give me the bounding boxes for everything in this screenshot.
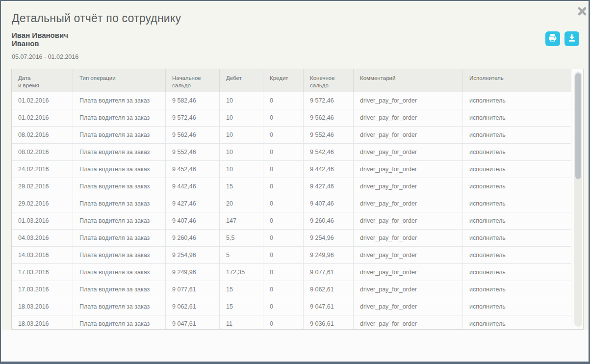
column-header: Конечное сальдо [304, 69, 354, 92]
table-cell: 9 562,46 [166, 127, 220, 144]
table-cell: 9 427,46 [166, 195, 220, 212]
table-cell: исполнитель [463, 178, 571, 195]
table-cell: 9 260,46 [304, 212, 354, 230]
table-scrollbar-thumb[interactable] [575, 73, 581, 179]
table-cell: Плата водителя за заказ [73, 281, 166, 298]
close-button[interactable] [577, 6, 588, 17]
column-header: Начальное сальдо [166, 69, 220, 92]
table-cell: 17.03.2016 [12, 281, 73, 298]
report-period: 05.07.2016 - 01.02.2016 [12, 53, 78, 60]
table-cell: исполнитель [463, 212, 571, 230]
table-cell: 04.03.2016 [12, 230, 73, 247]
table-cell: driver_pay_for_order [354, 281, 463, 298]
table-cell: Плата водителя за заказ [73, 315, 166, 330]
table-cell: 0 [263, 247, 304, 264]
printer-icon [548, 33, 558, 45]
close-icon [577, 10, 588, 18]
table-cell: исполнитель [463, 161, 571, 178]
table-cell: 01.03.2016 [12, 212, 73, 230]
table-cell: 9 047,61 [304, 298, 354, 315]
table-cell: 17.03.2016 [12, 264, 73, 281]
table-cell: исполнитель [463, 230, 571, 247]
table-cell: 0 [263, 109, 304, 127]
table-cell: исполнитель [463, 281, 571, 298]
table-cell: 10 [220, 109, 263, 127]
table-cell: 0 [263, 178, 304, 195]
column-header: Дебет [220, 69, 263, 92]
table-cell: 0 [263, 161, 304, 178]
table-row: 17.03.2016Плата водителя за заказ9 077,6… [12, 281, 571, 298]
table-row: 08.02.2016Плата водителя за заказ9 552,4… [12, 144, 571, 161]
table-cell: 10 [220, 144, 263, 161]
table-cell: 9 249,96 [304, 247, 354, 264]
table-row: 01.02.2016Плата водителя за заказ9 582,4… [12, 92, 571, 109]
table-cell: исполнитель [463, 109, 571, 127]
table-cell: 0 [263, 144, 304, 161]
table-row: 29.02.2016Плата водителя за заказ9 427,4… [12, 195, 571, 212]
table-cell: 11 [220, 315, 263, 330]
table-cell: 9 047,61 [166, 315, 220, 330]
table-row: 17.03.2016Плата водителя за заказ9 249,9… [12, 264, 571, 281]
table-cell: 0 [263, 230, 304, 247]
table-cell: 9 077,61 [304, 264, 354, 281]
print-button[interactable] [545, 31, 560, 46]
table-cell: driver_pay_for_order [354, 195, 463, 212]
table-cell: 9 452,46 [166, 161, 220, 178]
table-scrollbar-track[interactable] [574, 72, 582, 327]
table-cell: 9 442,46 [304, 161, 354, 178]
column-header: Исполнитель [463, 69, 571, 92]
table-cell: 29.02.2016 [12, 195, 73, 212]
table-cell: 9 260,46 [166, 230, 220, 247]
table-cell: 0 [263, 212, 304, 230]
table-cell: driver_pay_for_order [354, 264, 463, 281]
table-cell: Плата водителя за заказ [73, 144, 166, 161]
table-row: 29.02.2016Плата водителя за заказ9 442,4… [12, 178, 571, 195]
table-cell: 0 [263, 281, 304, 298]
table-cell: 10 [220, 92, 263, 109]
table-cell: исполнитель [463, 144, 571, 161]
employee-name: Иван Иванович Иванов [12, 31, 68, 48]
table-cell: 0 [263, 264, 304, 281]
table-cell: 10 [220, 161, 263, 178]
table-cell: 9 552,46 [166, 144, 220, 161]
dialog-title: Детальный отчёт по сотруднику [12, 12, 181, 25]
table-row: 04.03.2016Плата водителя за заказ9 260,4… [12, 230, 571, 247]
table-cell: 29.02.2016 [12, 178, 73, 195]
download-button[interactable] [564, 31, 579, 46]
table-cell: 0 [263, 127, 304, 144]
table-cell: 20 [220, 195, 263, 212]
table-row: 08.02.2016Плата водителя за заказ9 562,4… [12, 127, 571, 144]
table-cell: 5,5 [220, 230, 263, 247]
table-cell: driver_pay_for_order [354, 92, 463, 109]
table-body: 01.02.2016Плата водителя за заказ9 582,4… [12, 92, 571, 330]
table-cell: 0 [263, 92, 304, 109]
download-icon [567, 33, 577, 45]
table-cell: Плата водителя за заказ [73, 127, 166, 144]
table-row: 01.02.2016Плата водителя за заказ9 572,4… [12, 109, 571, 127]
table-row: 24.02.2016Плата водителя за заказ9 452,4… [12, 161, 571, 178]
table-cell: 9 249,96 [166, 264, 220, 281]
table-cell: 9 572,46 [166, 109, 220, 127]
table-row: 01.03.2016Плата водителя за заказ9 407,4… [12, 212, 571, 230]
table-cell: driver_pay_for_order [354, 230, 463, 247]
transactions-table: Дата и времяТип операцииНачальное сальдо… [11, 69, 584, 330]
table-cell: исполнитель [463, 195, 571, 212]
table-cell: 0 [263, 195, 304, 212]
table-cell: 01.02.2016 [12, 109, 73, 127]
table-cell: 08.02.2016 [12, 144, 73, 161]
table-cell: 9 036,61 [304, 315, 354, 330]
table-cell: 5 [220, 247, 263, 264]
table-cell: 15 [220, 178, 263, 195]
table-cell: исполнитель [463, 92, 571, 109]
table-cell: 15 [220, 281, 263, 298]
table-cell: 9 542,46 [304, 144, 354, 161]
table-row: 18.03.2016Плата водителя за заказ9 047,6… [12, 315, 571, 330]
table-cell: driver_pay_for_order [354, 127, 463, 144]
table-cell: 9 552,46 [304, 127, 354, 144]
table-row: 18.03.2016Плата водителя за заказ9 062,6… [12, 298, 571, 315]
table-cell: driver_pay_for_order [354, 178, 463, 195]
table-cell: driver_pay_for_order [354, 109, 463, 127]
table-cell: 0 [263, 315, 304, 330]
table-cell: исполнитель [463, 247, 571, 264]
table-cell: 9 254,96 [166, 247, 220, 264]
